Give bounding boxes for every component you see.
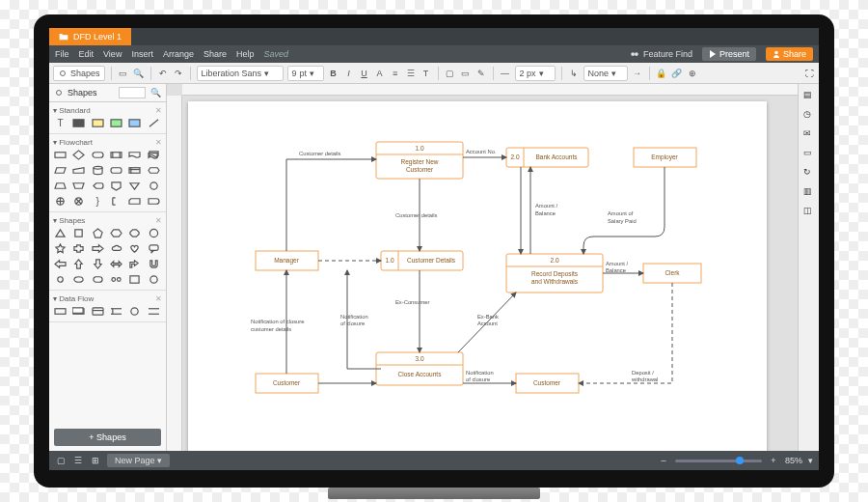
shape-brace[interactable]: } (91, 195, 105, 208)
shape-or[interactable] (53, 195, 68, 208)
panel-master-icon[interactable]: ◫ (803, 206, 815, 217)
fill-color-button[interactable]: ▢ (445, 68, 456, 79)
shapes-menu-button[interactable]: Shapes (53, 66, 105, 81)
shape-line[interactable] (147, 117, 161, 129)
shape-offpage[interactable] (109, 180, 123, 192)
shape-pentagon[interactable] (91, 227, 105, 239)
border-color-button[interactable]: ▭ (460, 68, 472, 79)
align-icon[interactable]: ≡ (390, 68, 401, 79)
shape-display[interactable] (91, 180, 105, 192)
shape-trap[interactable] (53, 180, 68, 192)
page[interactable]: 1.0 Register New Customer 1.0 Customer D… (188, 101, 767, 451)
italic-button[interactable]: I (343, 68, 355, 79)
shape-directdata[interactable] (109, 164, 123, 177)
border-width-select[interactable]: 2 px ▾ (515, 66, 556, 81)
doc-icon[interactable]: ▢ (55, 455, 67, 466)
zoom-value[interactable]: 85% (785, 456, 802, 465)
shape-df-circle[interactable] (127, 305, 142, 318)
group-standard-label[interactable]: Standard (59, 106, 90, 115)
shape-hex[interactable] (147, 164, 161, 177)
menu-edit[interactable]: Edit (79, 49, 95, 59)
process-close[interactable]: 3.0 Close Accounts (376, 352, 463, 385)
shape-note-green[interactable] (109, 117, 123, 129)
zoom-out-icon[interactable]: – (658, 455, 669, 466)
shape-df-process[interactable] (91, 305, 105, 318)
shape-cloud[interactable] (109, 242, 123, 255)
list-icon[interactable]: ☰ (72, 455, 84, 466)
lock-icon[interactable]: 🔒 (656, 68, 667, 79)
shape-block[interactable] (71, 117, 86, 129)
panel-history-icon[interactable]: ↻ (803, 167, 815, 179)
undo-icon[interactable]: ↶ (157, 68, 169, 79)
process-custdetails[interactable]: 1.0 Customer Details (381, 251, 463, 270)
group-shapes-label[interactable]: Shapes (59, 216, 85, 225)
panel-present-icon[interactable]: ▭ (803, 148, 815, 159)
link-icon[interactable]: 🔗 (671, 68, 683, 79)
shape-document[interactable] (127, 149, 142, 161)
shape-text[interactable]: T (53, 117, 68, 129)
flow-dashed[interactable] (579, 283, 672, 383)
shape-hexagon[interactable] (109, 227, 123, 239)
shape-circle[interactable] (147, 227, 161, 239)
line-style-button[interactable]: — (500, 68, 511, 79)
shape-merge[interactable] (127, 180, 142, 192)
shape-doublearrow[interactable] (109, 258, 123, 270)
shape-process[interactable] (53, 149, 68, 161)
shape-hotspot[interactable] (127, 117, 142, 129)
shape-star[interactable] (53, 242, 68, 255)
shape-data[interactable] (53, 164, 68, 177)
shape-leftarrow[interactable] (53, 258, 68, 270)
shape-df-external[interactable] (53, 305, 68, 318)
shape-connector[interactable] (147, 180, 161, 192)
shape-bend[interactable] (127, 258, 142, 270)
panel-comment-icon[interactable]: ✉ (803, 128, 815, 140)
underline-button[interactable]: U (359, 68, 370, 79)
shape-delay[interactable] (147, 195, 161, 208)
shape-uparrow[interactable] (71, 258, 86, 270)
shape-sum[interactable] (71, 195, 86, 208)
shape-trap2[interactable] (71, 180, 86, 192)
shape-triangle[interactable] (53, 227, 68, 239)
shape-more3[interactable] (91, 273, 105, 286)
shape-octagon[interactable] (127, 227, 142, 239)
shape-search-input[interactable] (119, 87, 146, 98)
shape-more4[interactable] (109, 273, 123, 286)
shape-cross[interactable] (71, 242, 86, 255)
menu-arrange[interactable]: Arrange (163, 49, 194, 59)
shape-df-external2[interactable] (71, 305, 86, 318)
menu-insert[interactable]: Insert (131, 49, 153, 59)
zoom-slider[interactable] (675, 460, 762, 462)
process-bank[interactable]: 2.0 Bank Accounts (506, 148, 588, 167)
shape-ushape[interactable] (147, 258, 161, 270)
shape-card[interactable] (127, 195, 142, 208)
feature-find[interactable]: Feature Find (630, 49, 692, 59)
shape-note[interactable] (91, 117, 105, 129)
magnet-icon[interactable]: ⊕ (687, 68, 698, 79)
shape-internal[interactable] (127, 164, 142, 177)
diagram[interactable]: 1.0 Register New Customer 1.0 Customer D… (188, 101, 767, 451)
document-tab[interactable]: DFD Level 1 (49, 28, 131, 45)
shape-more2[interactable] (71, 273, 86, 286)
text-color-button[interactable]: A (374, 68, 386, 79)
bold-button[interactable]: B (328, 68, 339, 79)
group-flowchart-label[interactable]: Flowchart (59, 138, 93, 147)
arrow-style-select[interactable]: None ▾ (583, 66, 628, 81)
grid-icon[interactable]: ⊞ (90, 455, 101, 466)
panel-clock-icon[interactable]: ◷ (803, 109, 815, 121)
close-icon[interactable]: ✕ (155, 106, 162, 115)
canvas[interactable]: 1.0 Register New Customer 1.0 Customer D… (167, 84, 798, 451)
fullscreen-icon[interactable]: ⛶ (803, 68, 815, 79)
add-shapes-button[interactable]: + Shapes (54, 429, 161, 446)
close-icon[interactable]: ✕ (155, 294, 162, 303)
redo-icon[interactable]: ↷ (173, 68, 184, 79)
valign-icon[interactable]: ☰ (405, 68, 417, 79)
new-page-button[interactable]: New Page ▾ (107, 454, 170, 467)
chevron-down-icon[interactable]: ▾ (808, 456, 813, 465)
shape-database[interactable] (91, 164, 105, 177)
shape-predef[interactable] (109, 149, 123, 161)
panel-layers-icon[interactable]: ▥ (803, 186, 815, 198)
menu-help[interactable]: Help (236, 49, 255, 59)
shape-callout[interactable] (147, 242, 161, 255)
shape-df-datastore[interactable] (109, 305, 123, 318)
zoom-in-icon[interactable]: + (768, 455, 779, 466)
